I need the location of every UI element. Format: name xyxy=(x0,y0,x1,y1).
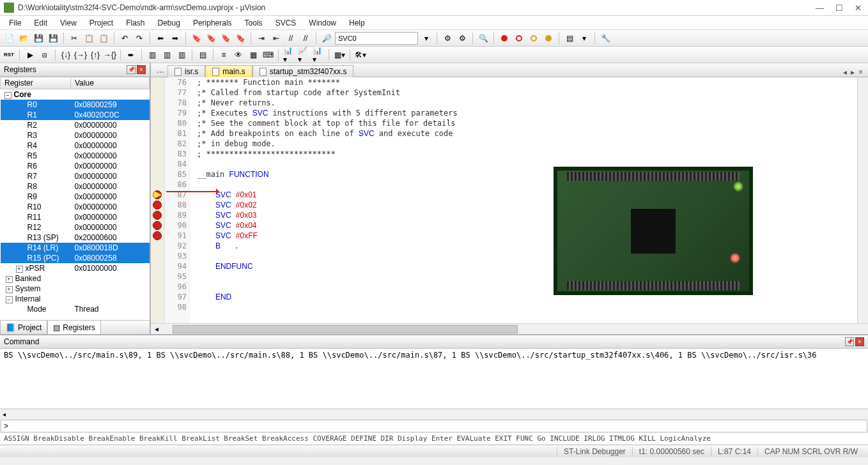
insert-breakpoint-button[interactable] xyxy=(498,32,511,45)
outdent-button[interactable]: ⇤ xyxy=(270,32,283,45)
comment-button[interactable]: // xyxy=(284,32,297,45)
menu-view[interactable]: View xyxy=(54,17,83,29)
symbols-window-button[interactable]: ▥ xyxy=(175,49,188,61)
register-row[interactable]: R40x00000000 xyxy=(1,141,150,151)
register-row[interactable]: R13 (SP)0x20000600 xyxy=(1,232,150,243)
register-row[interactable]: R30x00000000 xyxy=(1,130,150,141)
show-next-statement-button[interactable]: ➨ xyxy=(125,49,137,61)
watch-window-button[interactable]: 👁 xyxy=(232,49,245,61)
flash-settings-button[interactable]: ⚙ xyxy=(456,32,469,45)
editor-tab[interactable]: isr.s xyxy=(167,65,205,77)
register-row[interactable]: R60x00000000 xyxy=(1,161,150,171)
save-all-button[interactable]: 💾 xyxy=(47,32,59,45)
window-layout-button[interactable]: ▤ xyxy=(563,32,576,45)
breakpoint-marker[interactable] xyxy=(153,231,162,240)
reg-col-name[interactable]: Register xyxy=(1,77,71,89)
menu-help[interactable]: Help xyxy=(343,17,371,29)
analysis-window-button-2[interactable]: 📈▾ xyxy=(297,49,310,61)
register-tree[interactable]: Register Value −CoreR00x08000259R10x4002… xyxy=(0,77,150,320)
save-button[interactable]: 💾 xyxy=(32,32,45,45)
paste-button[interactable]: 📋 xyxy=(97,32,110,45)
register-row[interactable]: +Banked xyxy=(1,273,150,284)
disable-breakpoint-button[interactable] xyxy=(527,32,540,45)
panel-close-icon[interactable]: × xyxy=(855,337,864,346)
minimize-button[interactable]: — xyxy=(816,3,824,13)
step-out-button[interactable]: {↑} xyxy=(89,49,102,61)
tab-overflow-icon[interactable]: ⋯ xyxy=(153,68,167,77)
call-stack-window-button[interactable]: ≡ xyxy=(217,49,230,61)
stop-button[interactable]: ⦻ xyxy=(38,49,51,61)
register-row[interactable]: +System xyxy=(1,284,150,294)
tab-close-icon[interactable]: × xyxy=(858,68,863,77)
command-input[interactable]: > xyxy=(1,420,867,432)
find-combo[interactable]: SVC0 xyxy=(335,32,418,45)
bookmark-button[interactable]: 🔖 xyxy=(190,32,203,45)
combo-drop-icon[interactable]: ▾ xyxy=(420,32,433,45)
bookmark-next-button[interactable]: 🔖 xyxy=(219,32,232,45)
menu-file[interactable]: File xyxy=(3,17,27,29)
register-row[interactable]: R70x00000000 xyxy=(1,171,150,181)
register-row[interactable]: +xPSR0x01000000 xyxy=(1,263,150,273)
analysis-window-button-1[interactable]: 📊▾ xyxy=(283,49,295,61)
register-row[interactable]: R80x00000000 xyxy=(1,181,150,192)
registers-panel-tab[interactable]: ▤Registers xyxy=(47,321,101,334)
reset-button[interactable]: RST xyxy=(3,49,15,61)
run-to-cursor-button[interactable]: →{} xyxy=(104,49,116,61)
menu-edit[interactable]: Edit xyxy=(27,17,54,29)
breakpoint-marker[interactable] xyxy=(153,221,162,230)
kill-breakpoints-button[interactable] xyxy=(542,32,555,45)
new-file-button[interactable]: 📄 xyxy=(3,32,15,45)
menu-debug[interactable]: Debug xyxy=(151,17,187,29)
toolbox-button[interactable]: 🛠▾ xyxy=(354,49,367,61)
bookmark-prev-button[interactable]: 🔖 xyxy=(205,32,217,45)
register-row[interactable]: R15 (PC)0x08000258 xyxy=(1,253,150,263)
menu-window[interactable]: Window xyxy=(302,17,343,29)
register-row[interactable]: −Internal xyxy=(1,294,150,304)
uncomment-button[interactable]: // xyxy=(299,32,312,45)
register-row[interactable]: −Core xyxy=(1,89,150,100)
copy-button[interactable]: 📋 xyxy=(82,32,95,45)
nav-back-button[interactable]: ⬅ xyxy=(154,32,167,45)
close-button[interactable]: ✕ xyxy=(855,3,862,13)
panel-pin-icon[interactable]: 📌 xyxy=(845,337,854,346)
register-row[interactable]: ModeThread xyxy=(1,304,150,314)
breakpoint-marker[interactable] xyxy=(153,211,162,220)
register-row[interactable]: R50x00000000 xyxy=(1,151,150,161)
run-button[interactable]: ▶ xyxy=(24,49,36,61)
h-scrollbar[interactable]: ◂ xyxy=(151,323,868,334)
serial-window-button[interactable]: ⌨ xyxy=(261,49,274,61)
open-file-button[interactable]: 📂 xyxy=(17,32,30,45)
disassembly-window-button[interactable]: ▥ xyxy=(160,49,173,61)
analysis-window-button-3[interactable]: 📊▾ xyxy=(312,49,325,61)
step-into-button[interactable]: {↓} xyxy=(59,49,72,61)
register-row[interactable]: R10x40020C0C xyxy=(1,110,150,120)
register-row[interactable]: R14 (LR)0x0800018D xyxy=(1,243,150,253)
window-layout-drop[interactable]: ▾ xyxy=(578,32,591,45)
register-row[interactable]: R20x00000000 xyxy=(1,120,150,130)
register-row[interactable]: R00x08000259 xyxy=(1,100,150,110)
enable-breakpoint-button[interactable] xyxy=(513,32,525,45)
memory-window-button[interactable]: ▦ xyxy=(247,49,260,61)
registers-window-button[interactable]: ▤ xyxy=(196,49,209,61)
tab-nav-left-icon[interactable]: ◂ xyxy=(843,68,847,77)
debug-settings-button[interactable]: ⚙ xyxy=(441,32,454,45)
cut-button[interactable]: ✂ xyxy=(68,32,81,45)
editor-tab[interactable]: main.s xyxy=(205,65,252,77)
menu-tools[interactable]: Tools xyxy=(238,17,269,29)
maximize-button[interactable]: ☐ xyxy=(835,3,843,13)
nav-fwd-button[interactable]: ➡ xyxy=(169,32,182,45)
undo-button[interactable]: ↶ xyxy=(118,32,131,45)
register-row[interactable]: R100x00000000 xyxy=(1,202,150,212)
redo-button[interactable]: ↷ xyxy=(133,32,146,45)
indent-button[interactable]: ⇥ xyxy=(255,32,268,45)
breakpoint-marker[interactable] xyxy=(153,201,162,210)
step-over-button[interactable]: {→} xyxy=(74,49,87,61)
register-row[interactable]: R90x00000000 xyxy=(1,192,150,202)
v-scrollbar[interactable] xyxy=(857,77,868,323)
command-output[interactable]: BS \\svcDemo\../src/main.s\89, 1 BS \\sv… xyxy=(0,349,868,409)
find-in-files-button[interactable]: 🔎 xyxy=(320,32,333,45)
menu-peripherals[interactable]: Peripherals xyxy=(187,17,238,29)
menu-svcs[interactable]: SVCS xyxy=(269,17,303,29)
register-row[interactable]: R110x00000000 xyxy=(1,212,150,222)
panel-close-icon[interactable]: × xyxy=(137,65,146,74)
